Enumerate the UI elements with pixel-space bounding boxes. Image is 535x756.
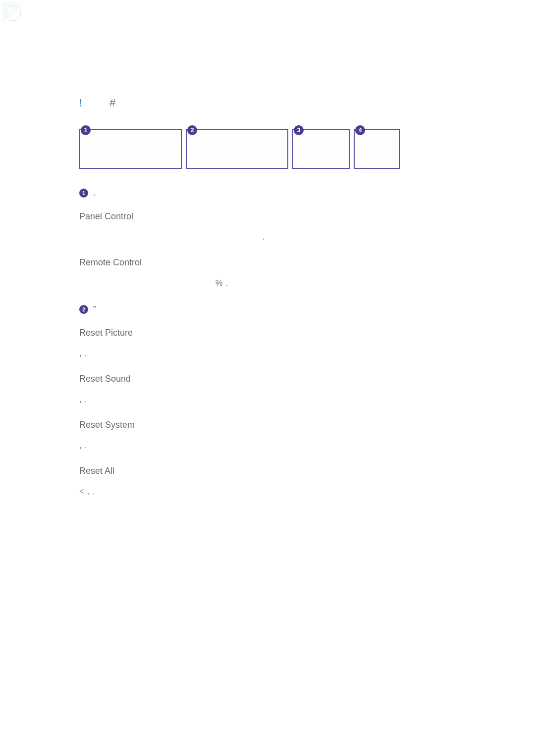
reset-system-title: Reset System (79, 420, 456, 430)
reset-picture-title: Reset Picture (79, 328, 456, 338)
section-2-header: 2 " (79, 305, 456, 314)
section-2-mark: " (93, 305, 96, 314)
panel-control-desc: . (79, 233, 456, 242)
box-badge-4: 4 (355, 125, 365, 135)
panel-control-title: Panel Control (79, 211, 456, 222)
svg-point-0 (6, 6, 21, 21)
section-1: 1 . Panel Control . Remote Control % . (79, 189, 456, 288)
corner-decoration-icon (2, 2, 25, 25)
box-4 (354, 129, 400, 169)
box-badge-3: 3 (294, 125, 304, 135)
box-badge-2: 2 (187, 125, 197, 135)
reset-picture-desc: , . (79, 349, 456, 358)
section-2: 2 " Reset Picture , . Reset Sound , . Re… (79, 305, 456, 496)
box-container-3: 3 (292, 129, 350, 169)
box-2 (186, 129, 288, 169)
box-container-1: 1 (79, 129, 182, 169)
breadcrumb-item-2: # (109, 97, 116, 109)
reset-sound-desc: , . (79, 395, 456, 404)
reset-all-desc: < , . (79, 487, 456, 496)
section-2-badge: 2 (79, 305, 88, 314)
section-1-badge: 1 (79, 189, 88, 198)
box-container-4: 4 (354, 129, 400, 169)
remote-control-title: Remote Control (79, 257, 456, 268)
breadcrumb: ! # (79, 97, 456, 109)
box-3 (292, 129, 350, 169)
remote-control-desc: % . (79, 279, 456, 288)
reset-all-title: Reset All (79, 466, 456, 476)
box-1 (79, 129, 182, 169)
section-1-mark: . (93, 189, 95, 198)
reset-system-desc: , . (79, 441, 456, 450)
main-content: ! # 1 2 3 4 1 . Panel Control . Remote C… (0, 0, 535, 496)
box-container-2: 2 (186, 129, 288, 169)
boxes-row: 1 2 3 4 (79, 129, 456, 169)
reset-sound-title: Reset Sound (79, 374, 456, 384)
box-badge-1: 1 (81, 125, 91, 135)
breadcrumb-item-1: ! (79, 97, 83, 109)
section-1-header: 1 . (79, 189, 456, 198)
